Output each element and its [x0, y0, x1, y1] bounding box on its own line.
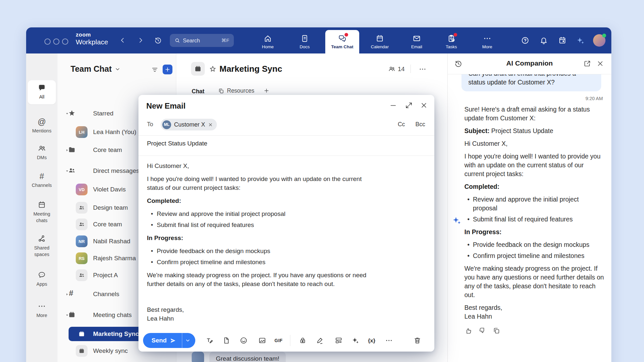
recipient-chip[interactable]: ML Customer X	[161, 119, 217, 130]
variables-icon[interactable]: {x}	[368, 338, 376, 344]
completed-item: Review and approve the initial project p…	[464, 195, 605, 213]
completed-heading: Completed:	[464, 182, 605, 191]
rail-item-dms[interactable]: DMs	[26, 144, 57, 161]
text-format-icon[interactable]	[206, 337, 214, 344]
email-toolbar: Send GIF {x}	[138, 332, 434, 349]
search-shortcut: ⌘F	[221, 38, 229, 43]
filter-icon[interactable]	[151, 66, 159, 74]
email-signoff: Best regards,	[147, 305, 369, 314]
send-options-button[interactable]	[182, 333, 195, 348]
team-chat-title-dropdown[interactable]: Team Chat	[71, 64, 121, 74]
window-zoom-button[interactable]	[62, 38, 68, 45]
window-close-button[interactable]	[44, 38, 51, 45]
new-chat-button[interactable]	[163, 65, 172, 74]
member-count[interactable]: 14	[388, 65, 405, 73]
email-signature: Lea Hahn	[147, 314, 369, 323]
group-icon	[76, 219, 88, 230]
attach-file-icon[interactable]	[222, 337, 230, 344]
nav-calendar[interactable]: Calendar	[363, 30, 397, 53]
star-icon	[68, 109, 76, 117]
to-label: To	[147, 121, 153, 128]
gif-icon[interactable]: GIF	[275, 338, 283, 343]
team-chat-icon	[338, 34, 346, 43]
home-icon	[264, 34, 272, 43]
rail-item-channels[interactable]: # Channels	[26, 172, 57, 189]
email-greeting: Hi Customer X,	[147, 161, 369, 170]
divider	[138, 156, 434, 156]
app-window: zoom Workplace Search ⌘F Home Docs Team …	[26, 27, 611, 362]
rail-item-shared-spaces[interactable]: Shared spaces	[26, 234, 57, 258]
close-icon[interactable]	[596, 60, 604, 68]
in-progress-item: Provide feedback on the design mockups	[147, 247, 369, 255]
subject-value: Project Status Update	[491, 127, 553, 134]
bcc-button[interactable]: Bcc	[415, 121, 425, 128]
user-avatar[interactable]	[593, 34, 605, 47]
search-placeholder: Search	[183, 38, 219, 44]
expand-icon[interactable]	[405, 101, 413, 109]
nav-home[interactable]: Home	[251, 30, 285, 53]
notifications-bell-icon[interactable]	[539, 36, 548, 45]
history-icon[interactable]	[154, 37, 162, 44]
resources-icon	[218, 88, 224, 94]
rail-item-more[interactable]: More	[26, 302, 57, 319]
ai-companion-icon[interactable]	[576, 36, 585, 45]
avatar	[192, 352, 204, 362]
search-input[interactable]: Search ⌘F	[170, 34, 234, 47]
notification-badge	[345, 33, 348, 37]
ai-greeting: Hi Customer X,	[464, 139, 605, 148]
schedule-icon[interactable]	[558, 36, 567, 45]
copy-icon[interactable]	[492, 327, 500, 335]
at-icon: @	[38, 117, 46, 126]
send-button[interactable]: Send	[143, 333, 182, 348]
send-plane-icon	[170, 338, 176, 344]
close-icon[interactable]	[420, 101, 428, 109]
signature-pen-icon[interactable]	[316, 337, 324, 344]
calendar-icon	[38, 201, 46, 209]
thumbs-down-icon[interactable]	[478, 327, 486, 335]
share-nodes-icon	[38, 234, 46, 243]
nav-docs[interactable]: Docs	[288, 30, 322, 53]
docs-icon	[300, 34, 309, 43]
delete-draft-icon[interactable]	[413, 337, 421, 344]
people-icon	[68, 167, 76, 174]
in-progress-item: Confirm project timeline and milestones	[464, 251, 605, 260]
group-icon	[76, 202, 88, 214]
calendar-icon	[76, 345, 88, 357]
forward-button[interactable]	[137, 37, 144, 44]
search-icon	[174, 38, 180, 43]
nav-tasks[interactable]: Tasks	[434, 30, 468, 53]
to-field[interactable]: To ML Customer X Cc Bcc	[138, 118, 434, 131]
logo-workplace-text: Workplace	[76, 38, 108, 46]
email-body[interactable]: Hi Customer X, I hope you're doing well!…	[147, 161, 369, 327]
insert-image-icon[interactable]	[258, 337, 266, 344]
minimize-icon[interactable]	[389, 101, 397, 109]
cc-button[interactable]: Cc	[398, 121, 405, 128]
chat-more-options-icon[interactable]	[419, 65, 427, 73]
nav-email[interactable]: Email	[400, 30, 434, 53]
open-in-new-icon[interactable]	[583, 60, 591, 68]
star-outline-icon[interactable]	[209, 65, 217, 73]
feedback-row	[464, 327, 605, 335]
encrypt-lock-icon[interactable]	[299, 337, 307, 344]
back-button[interactable]	[119, 37, 126, 44]
window-minimize-button[interactable]	[53, 38, 59, 45]
more-tools-icon[interactable]	[385, 337, 393, 344]
rail-item-mentions[interactable]: @ Mentions	[26, 117, 57, 134]
add-tab-button[interactable]	[263, 87, 270, 94]
rail-item-meeting-chats[interactable]: Meeting chats	[26, 201, 57, 224]
nav-more[interactable]: More	[470, 30, 504, 53]
rail-item-all[interactable]: All	[28, 80, 56, 104]
template-layout-icon[interactable]	[335, 337, 343, 344]
tab-chat[interactable]: Chat	[192, 88, 204, 95]
help-icon[interactable]	[521, 36, 529, 45]
rail-item-apps[interactable]: Apps	[26, 271, 57, 288]
nav-team-chat[interactable]: Team Chat	[325, 30, 359, 53]
tab-resources[interactable]: Resources	[218, 87, 254, 94]
thumbs-up-icon[interactable]	[464, 327, 472, 335]
emoji-icon[interactable]	[240, 337, 248, 344]
subject-field[interactable]: Project Status Update	[147, 140, 207, 147]
message-bubble: Great discussion team!	[209, 352, 286, 362]
remove-recipient-icon[interactable]	[208, 122, 213, 127]
ai-sparkle-icon[interactable]	[351, 337, 359, 344]
email-closing: We're making steady progress on the proj…	[147, 271, 369, 288]
